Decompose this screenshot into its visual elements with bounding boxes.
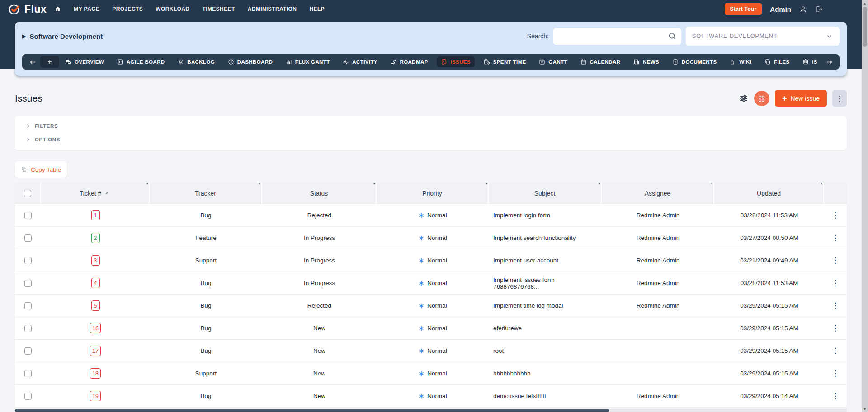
row-actions-button[interactable]: ⋮ — [832, 279, 840, 287]
logout-button[interactable] — [815, 5, 823, 13]
ticket-badge[interactable]: 1 — [91, 210, 100, 220]
add-tab-button[interactable] — [40, 56, 59, 68]
tab-files[interactable]: FILES — [760, 56, 794, 67]
home-button[interactable] — [55, 6, 61, 12]
ticket-badge[interactable]: 3 — [91, 255, 100, 266]
cell-subject[interactable]: Implement login form — [489, 204, 602, 226]
scroll-up-arrow[interactable]: ▲ — [862, 0, 868, 6]
table-row[interactable]: 18SupportNewNormalhhhhhhhhhhh03/29/2024 … — [15, 362, 847, 384]
tab-flux-gantt[interactable]: FLUX GANTT — [282, 56, 334, 67]
tab-activity[interactable]: ACTIVITY — [339, 56, 382, 67]
tab-agile-board[interactable]: AGILE BOARD — [113, 56, 169, 67]
nav-item-workload[interactable]: WORKLOAD — [156, 6, 189, 12]
row-checkbox[interactable] — [24, 257, 32, 264]
brand-logo[interactable]: Flux — [8, 3, 47, 15]
ticket-badge[interactable]: 2 — [91, 233, 100, 243]
table-row[interactable]: 1BugRejectedNormalImplement login formRe… — [15, 204, 847, 226]
ticket-badge[interactable]: 17 — [90, 346, 101, 356]
column-header-updated[interactable]: Updated — [714, 183, 824, 204]
column-header-actions[interactable] — [824, 183, 847, 204]
tab-spent-time[interactable]: SPENT TIME — [480, 56, 530, 67]
column-header-tracker[interactable]: Tracker — [150, 183, 262, 204]
ticket-badge[interactable]: 16 — [90, 323, 101, 333]
cell-subject[interactable]: eferiurewe — [489, 317, 602, 339]
select-all-checkbox[interactable] — [24, 190, 31, 197]
view-grid-button[interactable] — [754, 91, 769, 106]
ticket-badge[interactable]: 5 — [91, 300, 100, 311]
cell-subject[interactable]: demo issue tetstttttt — [489, 385, 602, 407]
project-select[interactable]: SOFTWARE DEVELOPMENT — [686, 27, 840, 46]
tab-issues[interactable]: ISSUES — [437, 56, 475, 67]
row-actions-button[interactable]: ⋮ — [832, 257, 840, 264]
cell-subject[interactable]: Implement time log modal — [489, 295, 602, 317]
ticket-badge[interactable]: 19 — [90, 391, 101, 401]
row-checkbox[interactable] — [24, 370, 32, 377]
row-actions-button[interactable]: ⋮ — [832, 324, 840, 332]
tabs-scroll-right-button[interactable] — [823, 56, 835, 68]
filters-toggle[interactable]: FILTERS — [15, 119, 847, 133]
tab-overview[interactable]: OVERVIEW — [61, 56, 108, 67]
column-header-subject[interactable]: Subject — [489, 183, 602, 204]
user-name[interactable]: Admin — [770, 5, 791, 13]
search-icon[interactable] — [668, 32, 677, 41]
cell-subject[interactable]: Implement user account — [489, 249, 602, 272]
table-row[interactable]: 17BugNewNormalroot03/29/2024 05:15 AM⋮ — [15, 339, 847, 362]
column-header-assignee[interactable]: Assignee — [602, 183, 714, 204]
cell-subject[interactable]: hhhhhhhhhhh — [489, 362, 602, 384]
table-row[interactable]: 5BugRejectedNormalImplement time log mod… — [15, 294, 847, 317]
tab-calendar[interactable]: CALENDAR — [576, 56, 625, 67]
options-toggle[interactable]: OPTIONS — [15, 133, 847, 146]
search-input[interactable] — [553, 28, 681, 45]
row-actions-button[interactable]: ⋮ — [832, 347, 840, 355]
row-checkbox[interactable] — [24, 212, 32, 219]
tab-wiki[interactable]: WIKI — [726, 56, 755, 67]
more-actions-button[interactable]: ⋮ — [832, 90, 847, 107]
column-header-status[interactable]: Status — [262, 183, 377, 204]
table-row[interactable]: 4BugIn ProgressNormalImplement issues fo… — [15, 272, 847, 294]
row-checkbox[interactable] — [24, 347, 32, 355]
tab-gantt[interactable]: GANTT — [535, 56, 571, 67]
cell-subject[interactable]: root — [489, 340, 602, 362]
row-checkbox[interactable] — [24, 302, 32, 309]
row-checkbox[interactable] — [24, 325, 32, 332]
nav-item-timesheet[interactable]: TIMESHEET — [202, 6, 235, 12]
table-row[interactable]: 2FeatureIn ProgressNormalImplement searc… — [15, 226, 847, 249]
row-checkbox[interactable] — [24, 280, 32, 287]
column-header-select[interactable] — [15, 183, 41, 204]
nav-item-projects[interactable]: PROJECTS — [112, 6, 143, 12]
ticket-badge[interactable]: 4 — [91, 278, 100, 288]
tab-backlog[interactable]: BACKLOG — [174, 56, 219, 67]
filter-settings-button[interactable] — [739, 94, 749, 103]
tab-is[interactable]: IS — [798, 56, 821, 67]
row-actions-button[interactable]: ⋮ — [832, 392, 840, 400]
profile-button[interactable] — [799, 5, 807, 13]
cell-subject[interactable]: Implement search functionality — [489, 227, 602, 249]
cell-subject[interactable]: Implement issues form 768876876768... — [489, 272, 602, 294]
row-actions-button[interactable]: ⋮ — [832, 370, 840, 377]
ticket-badge[interactable]: 18 — [90, 368, 101, 379]
table-row[interactable]: 3SupportIn ProgressNormalImplement user … — [15, 249, 847, 272]
start-tour-button[interactable]: Start Tour — [725, 3, 762, 15]
column-header-ticket-[interactable]: Ticket # — [41, 183, 150, 204]
horizontal-scrollbar[interactable] — [15, 409, 847, 412]
vertical-scrollbar[interactable]: ▲ ▼ — [862, 0, 868, 412]
tab-dashboard[interactable]: DASHBOARD — [224, 56, 277, 67]
tabs-scroll-left-button[interactable] — [27, 56, 38, 68]
nav-item-administration[interactable]: ADMINISTRATION — [248, 6, 297, 12]
horizontal-scrollbar-thumb[interactable] — [15, 409, 609, 412]
copy-table-button[interactable]: Copy Table — [15, 161, 67, 178]
column-header-priority[interactable]: Priority — [377, 183, 489, 204]
tab-news[interactable]: NEWS — [629, 56, 663, 67]
scroll-down-arrow[interactable]: ▼ — [862, 406, 868, 412]
row-actions-button[interactable]: ⋮ — [832, 211, 840, 219]
nav-item-my-page[interactable]: MY PAGE — [74, 6, 99, 12]
row-checkbox[interactable] — [24, 234, 32, 242]
table-row[interactable]: 16BugNewNormaleferiurewe03/29/2024 05:15… — [15, 317, 847, 339]
row-checkbox[interactable] — [24, 393, 32, 400]
tab-roadmap[interactable]: ROADMAP — [387, 56, 432, 67]
breadcrumb[interactable]: ▶ Software Development — [22, 33, 103, 40]
row-actions-button[interactable]: ⋮ — [832, 234, 840, 242]
vertical-scrollbar-thumb[interactable] — [863, 7, 867, 47]
row-actions-button[interactable]: ⋮ — [832, 302, 840, 309]
nav-item-help[interactable]: HELP — [309, 6, 325, 12]
